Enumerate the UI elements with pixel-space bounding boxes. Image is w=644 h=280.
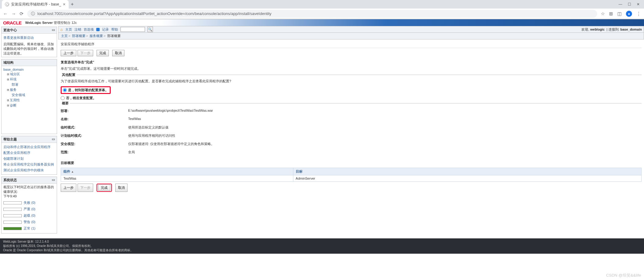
- new-tab-button[interactable]: +: [69, 2, 76, 7]
- help-link[interactable]: 测试企业应用程序中的模块: [3, 167, 55, 173]
- next-button-bottom[interactable]: 下一步: [78, 184, 93, 192]
- crumb-home[interactable]: 主页: [61, 34, 68, 38]
- tree-root[interactable]: base_domain: [3, 67, 55, 72]
- product-title: WebLogic Server 管理控制台 12c: [25, 21, 77, 25]
- logout-link[interactable]: 注销: [74, 27, 81, 32]
- view-changes-link[interactable]: 查看更改和重新启动: [3, 35, 55, 41]
- radio-yes-highlight: 是，转到部署的配置屏幕。: [61, 86, 111, 94]
- other-config-text: 为了使该应用程序成功地工作，可能需要对其进行其他配置。是否要在完成此辅助程序之后…: [61, 78, 642, 85]
- menu-icon[interactable]: ⋮: [636, 11, 641, 17]
- oracle-logo: ORACLE: [3, 20, 21, 25]
- extensions-icon[interactable]: ⊞: [609, 11, 613, 17]
- crumb-deploy[interactable]: 部署概要: [72, 34, 86, 38]
- tab-close-icon[interactable]: ×: [63, 2, 65, 7]
- sort-icon: ▲: [71, 170, 74, 173]
- radio-yes[interactable]: [63, 88, 67, 92]
- back-button-bottom[interactable]: 上一步: [61, 184, 76, 192]
- panel-collapse-icon[interactable]: ▭: [52, 28, 55, 32]
- summary-key: 临时模式:: [61, 125, 128, 130]
- td-component: TestWas: [61, 175, 293, 182]
- help-link[interactable]: 创建部署计划: [3, 156, 55, 162]
- radio-no[interactable]: [61, 96, 65, 100]
- summary-row: 名称:TestWas: [61, 115, 642, 123]
- home-link[interactable]: 主页: [65, 27, 72, 32]
- window-minimize-icon[interactable]: —: [619, 2, 622, 6]
- radio-no-label: 否，稍后复查配置。: [66, 96, 96, 100]
- next-button[interactable]: 下一步: [78, 50, 93, 56]
- record-link[interactable]: 记录: [102, 27, 109, 32]
- window-maximize-icon[interactable]: ☐: [628, 2, 631, 6]
- top-toolbar: ⌂ 主页 注销 首选项 记录 帮助 🔍 欢迎, weblogic | 连接到: …: [58, 26, 644, 33]
- tree-item-interop[interactable]: ⊞互用性: [7, 98, 55, 103]
- td-target: AdminServer: [293, 175, 641, 182]
- back-button[interactable]: 上一步: [61, 50, 76, 56]
- finish-button[interactable]: 完成: [97, 50, 109, 56]
- help-link[interactable]: 启动和停止部署的企业应用程序: [3, 144, 55, 150]
- search-button[interactable]: 🔍: [147, 27, 153, 32]
- help-title: 帮助主题: [3, 137, 17, 142]
- change-center-desc: 启用配置编辑。将来在修改、添加或删除此域中的项目时，将自动激活这些更改。: [3, 42, 55, 56]
- summary-value: E:\software\java\weblogic\probject\TestW…: [128, 109, 642, 113]
- home-icon[interactable]: ⌂: [60, 27, 63, 32]
- summary-key: 计划临时模式:: [61, 133, 128, 138]
- review-heading: 复查选项并单击"完成": [61, 58, 642, 66]
- tree-item-environment[interactable]: ⊞环境: [7, 77, 55, 82]
- footer-copyright: 版权所有 (c) 1996,2019, Oracle 和/或其关联公司。保留所有…: [3, 244, 641, 248]
- help-panel: 帮助主题▭ 启动和停止部署的企业应用程序 配置企业应用程序 创建部署计划 将企业…: [1, 136, 57, 175]
- browser-tab[interactable]: 安装应用程序辅助程序 - base_ ×: [2, 0, 69, 9]
- target-table: 组件 ▲ 目标 TestWas AdminServer: [61, 168, 642, 182]
- side-panel-icon[interactable]: ◫: [617, 11, 622, 17]
- status-row-failed: 失败 (0): [3, 200, 55, 206]
- finish-highlight: 完成: [97, 184, 112, 192]
- footer-trademark: Oracle 是 Oracle Corporation 和/或其关联公司的注册商…: [3, 248, 641, 252]
- browser-chrome: 安装应用程序辅助程序 - base_ × + — ☐ ✕ ← → ⟳ ⓘ loc…: [0, 0, 644, 19]
- tree-item-partition[interactable]: ⊞域分区: [7, 72, 55, 77]
- summary-value: 全局: [128, 150, 642, 155]
- system-status-panel: 系统状态▭ 截至以下时间正在运行的服务器的健康状况: 下午9:49 失败 (0)…: [1, 177, 57, 233]
- summary-value: 使用与应用程序相同的可访问性: [128, 133, 642, 138]
- page-footer: WebLogic Server 版本: 12.2.1.4.0 版权所有 (c) …: [0, 238, 644, 254]
- finish-button-bottom[interactable]: 完成: [98, 185, 110, 191]
- cancel-button-bottom[interactable]: 取消: [115, 184, 128, 192]
- status-desc: 截至以下时间正在运行的服务器的健康状况:: [3, 185, 55, 194]
- summary-key: 范围:: [61, 150, 128, 155]
- summary-row: 部署:E:\software\java\weblogic\probject\Te…: [61, 107, 642, 115]
- tree-item-deployments[interactable]: 部署: [7, 82, 55, 87]
- help-link[interactable]: 将企业应用程序定位到服务器实例: [3, 162, 55, 167]
- search-input[interactable]: [120, 27, 145, 32]
- window-close-icon[interactable]: ✕: [637, 2, 640, 6]
- tree-item-diagnostics[interactable]: ⊞诊断: [7, 103, 55, 108]
- summary-value: 仅部署描述符: 仅使用在部署描述符中定义的角色和策略。: [128, 142, 642, 146]
- address-bar[interactable]: ⓘ localhost:7001/console/console.portal?…: [27, 10, 597, 18]
- bookmark-star-icon[interactable]: ☆: [601, 11, 605, 17]
- target-summary-heading: 目标概要: [61, 159, 642, 166]
- th-component[interactable]: 组件 ▲: [63, 170, 74, 173]
- status-row-critical: 严重 (0): [3, 206, 55, 212]
- prefs-link[interactable]: 首选项: [84, 27, 94, 32]
- site-info-icon[interactable]: ⓘ: [31, 11, 35, 17]
- welcome-text: 欢迎, weblogic | 连接到: base_domain: [581, 27, 642, 32]
- nav-forward-icon[interactable]: →: [11, 11, 16, 16]
- nav-back-icon[interactable]: ←: [3, 11, 8, 16]
- cancel-button[interactable]: 取消: [112, 50, 124, 56]
- tree-item-services[interactable]: ⊞服务: [7, 87, 55, 92]
- summary-row: 范围:全局: [61, 148, 642, 156]
- breadcrumb: 主页> 部署概要> 服务概要> 部署概要: [58, 33, 644, 39]
- help-link[interactable]: 帮助: [111, 27, 118, 32]
- tab-title: 安装应用程序辅助程序 - base_: [11, 2, 61, 7]
- help-link[interactable]: 配置企业应用程序: [3, 150, 55, 156]
- summary-row: 临时模式:使用所选目标定义的默认值: [61, 123, 642, 132]
- profile-avatar[interactable]: ●: [626, 11, 632, 17]
- status-row-ok: 正常 (1): [3, 226, 55, 231]
- panel-collapse-icon[interactable]: ▭: [52, 178, 55, 182]
- record-icon[interactable]: [96, 28, 100, 31]
- crumb-service[interactable]: 服务概要: [90, 34, 103, 38]
- summary-key: 安全模型:: [61, 142, 128, 146]
- tree-item-security[interactable]: 安全领域: [7, 92, 55, 98]
- status-row-warning: 警告 (0): [3, 219, 55, 225]
- th-target[interactable]: 目标: [296, 170, 303, 173]
- nav-reload-icon[interactable]: ⟳: [20, 11, 24, 17]
- panel-collapse-icon[interactable]: ▭: [52, 137, 55, 142]
- domain-structure-panel: 域结构 base_domain ⊞域分区 ⊞环境 部署 ⊞服务 安全领域 ⊞互用…: [1, 59, 57, 134]
- summary-key: 部署:: [61, 109, 128, 113]
